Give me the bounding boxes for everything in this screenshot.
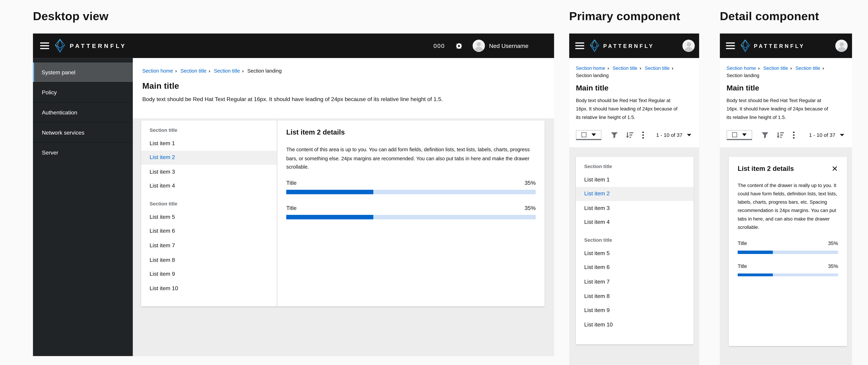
toolbar: 1 - 10 of 37: [576, 128, 692, 142]
bulk-select-dropdown[interactable]: [726, 130, 752, 140]
list-item[interactable]: List item 6: [141, 224, 277, 239]
canvas: Desktop view Primary component Detail co…: [0, 0, 868, 365]
kebab-menu-icon[interactable]: [642, 131, 644, 139]
filter-icon[interactable]: [611, 132, 618, 138]
list-item[interactable]: List item 3: [141, 165, 277, 179]
filter-icon[interactable]: [762, 132, 769, 138]
section-heading-primary: Primary component: [569, 9, 680, 23]
breadcrumb-current: Section landing: [726, 72, 759, 78]
drawer-progress-list: Title35%Title35%: [738, 240, 838, 276]
brand-name: PATTERNFLY: [754, 43, 805, 49]
breadcrumb-current: Section landing: [576, 72, 609, 78]
progress-percentage: 35%: [828, 240, 838, 247]
progress-label: Title: [286, 179, 297, 186]
breadcrumb-link[interactable]: Section title: [181, 68, 207, 73]
user-avatar[interactable]: [835, 39, 848, 52]
sidebar-item-policy[interactable]: Policy: [33, 82, 133, 102]
pagination-dropdown[interactable]: 1 - 10 of 37: [656, 132, 692, 138]
list-item[interactable]: List item 6: [576, 261, 693, 275]
pagination-dropdown[interactable]: 1 - 10 of 37: [809, 132, 845, 138]
breadcrumb: Section home› Section title› Section tit…: [142, 67, 543, 74]
list-item[interactable]: List item 5: [141, 210, 277, 224]
breadcrumb-link[interactable]: Section home: [726, 65, 756, 71]
detail-component-frame: PATTERNFLY Section home› Section title› …: [720, 33, 852, 365]
breadcrumb-link[interactable]: Section title: [796, 65, 820, 71]
kebab-menu-icon[interactable]: [793, 131, 795, 139]
list-item[interactable]: List item 4: [141, 179, 277, 193]
progress-label: Title: [738, 263, 747, 269]
sidebar-item-server[interactable]: Server: [33, 142, 133, 162]
breadcrumb-link[interactable]: Section home: [142, 68, 173, 73]
patternfly-logo-icon: [54, 38, 66, 53]
progress-fill: [738, 273, 773, 276]
list-section-title: Section title: [141, 121, 277, 136]
bulk-select-checkbox[interactable]: [732, 132, 737, 137]
list-item-selected[interactable]: List item 2: [576, 187, 693, 201]
list-item[interactable]: List item 8: [576, 289, 693, 304]
list-item[interactable]: List item 7: [576, 275, 693, 289]
breadcrumb-current: Section landing: [247, 68, 282, 73]
list-item-selected[interactable]: List item 2: [141, 151, 277, 165]
close-icon[interactable]: [831, 165, 838, 172]
details-body-text: The content of this area is up to you. Y…: [286, 146, 536, 172]
breadcrumb-link[interactable]: Section title: [763, 65, 788, 71]
progress-fill: [286, 215, 374, 219]
main-content-area: Section home› Section title› Section tit…: [133, 58, 554, 356]
page-body-text: Body text should be Red Hat Text Regular…: [726, 96, 832, 122]
menu-toggle-icon[interactable]: [726, 42, 735, 50]
progress-group: Title35%: [286, 204, 536, 219]
bulk-select-dropdown[interactable]: [576, 130, 601, 140]
list-item[interactable]: List item 10: [576, 318, 693, 332]
list-section-title: Section title: [576, 157, 693, 173]
menu-toggle-icon[interactable]: [575, 42, 584, 50]
breadcrumb: Section home› Section title› Section tit…: [726, 65, 845, 79]
list-item[interactable]: List item 9: [141, 267, 277, 281]
list-item[interactable]: List item 1: [141, 136, 277, 150]
page-header-section: Section home› Section title› Section tit…: [133, 58, 554, 118]
list-item[interactable]: List item 9: [576, 304, 693, 318]
breadcrumb-separator-icon: ›: [175, 68, 177, 73]
list-item[interactable]: List item 1: [576, 173, 693, 187]
breadcrumb-separator-icon: ›: [672, 65, 673, 71]
list-item[interactable]: List item 7: [141, 239, 277, 253]
page-title: Main title: [726, 84, 845, 92]
drawer-panel: List item 2 details The content of the d…: [729, 157, 847, 346]
list-item[interactable]: List item 3: [576, 201, 693, 215]
chevron-down-icon: [742, 133, 746, 136]
desktop-view-frame: PATTERNFLY 000 Ned Username System panel…: [33, 33, 554, 356]
list-item[interactable]: List item 10: [141, 281, 277, 296]
user-avatar[interactable]: [682, 39, 695, 52]
list-item[interactable]: List item 4: [576, 215, 693, 230]
breadcrumb: Section home› Section title› Section tit…: [576, 65, 692, 79]
page-body-text: Body text should be Red Hat Text Regular…: [576, 96, 681, 122]
menu-toggle-icon[interactable]: [40, 42, 49, 50]
drawer-title: List item 2 details: [738, 164, 794, 173]
sidebar-item-system-panel[interactable]: System panel: [33, 62, 133, 82]
breadcrumb-separator-icon: ›: [242, 68, 244, 73]
progress-fill: [286, 189, 374, 194]
breadcrumb-link[interactable]: Section title: [645, 65, 670, 71]
sidebar-item-network-services[interactable]: Network services: [33, 122, 133, 142]
user-avatar[interactable]: [473, 39, 485, 52]
sidebar-item-authentication[interactable]: Authentication: [33, 102, 133, 122]
breadcrumb-separator-icon: ›: [640, 65, 641, 71]
breadcrumb-separator-icon: ›: [209, 68, 210, 73]
drawer-body-text: The content of the drawer is really up t…: [738, 181, 838, 232]
breadcrumb-link[interactable]: Section title: [613, 65, 638, 71]
breadcrumb-link[interactable]: Section home: [576, 65, 605, 71]
sort-icon[interactable]: [777, 132, 784, 138]
list-item[interactable]: List item 5: [576, 246, 693, 261]
username-label[interactable]: Ned Username: [489, 42, 528, 49]
list-item[interactable]: List item 8: [141, 253, 277, 267]
sort-icon[interactable]: [626, 132, 633, 138]
breadcrumb-link[interactable]: Section title: [214, 68, 240, 73]
pagination-label: 1 - 10 of 37: [809, 132, 835, 138]
notification-badge[interactable]: 000: [433, 42, 445, 49]
progress-group: Title35%: [286, 179, 536, 194]
progress-group: Title35%: [738, 240, 838, 254]
breadcrumb-separator-icon: ›: [823, 65, 824, 71]
bulk-select-checkbox[interactable]: [582, 132, 586, 137]
settings-gear-icon[interactable]: [456, 42, 463, 50]
list-pane: Section titleList item 1List item 2List …: [141, 121, 277, 306]
progress-percentage: 35%: [524, 204, 535, 211]
